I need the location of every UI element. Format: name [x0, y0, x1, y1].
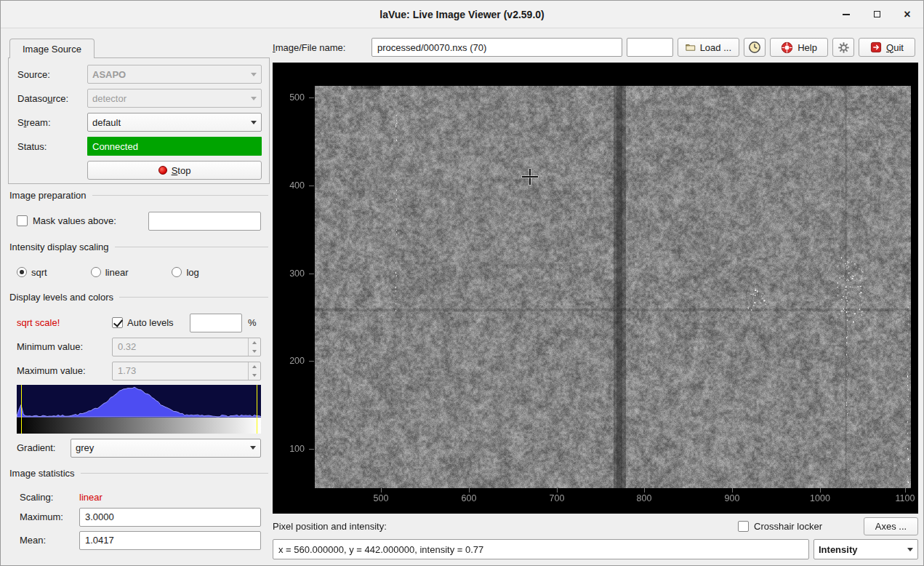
- tab-image-source[interactable]: Image Source: [9, 39, 95, 58]
- load-button-label: Load ...: [700, 42, 731, 53]
- window-controls: ×: [840, 1, 913, 28]
- pixel-intensity-field[interactable]: x = 560.000000, y = 442.000000, intensit…: [273, 539, 809, 559]
- x-tick-label: 600: [453, 493, 485, 503]
- chevron-down-icon: [251, 121, 257, 124]
- radio-label: log: [186, 267, 198, 278]
- x-tick-label: 1100: [889, 493, 918, 503]
- scale-warning: sqrt scale!: [17, 317, 112, 328]
- scaling-stat-value: linear: [79, 492, 103, 503]
- histogram-max-line[interactable]: [257, 385, 257, 434]
- mean-stat-field[interactable]: 1.0417: [79, 531, 261, 550]
- scaling-stat-row: Scaling: linear: [8, 490, 270, 504]
- pixel-intensity-value: x = 560.000000, y = 442.000000, intensit…: [278, 544, 483, 555]
- section-title: Image preparation: [9, 190, 87, 201]
- gear-icon: [837, 41, 850, 54]
- scaling-options-row: sqrt linear log: [8, 263, 270, 282]
- axes-button[interactable]: Axes ...: [864, 517, 918, 535]
- file-name-label: Image/File name:: [273, 42, 367, 53]
- crosshair-locker-label: Crosshair locker: [754, 521, 822, 532]
- footer-value-row: x = 560.000000, y = 442.000000, intensit…: [273, 539, 918, 559]
- stream-label: Stream:: [17, 117, 87, 128]
- histogram-min-line[interactable]: [21, 385, 22, 434]
- spin-arrows[interactable]: [248, 338, 260, 356]
- scaling-radio[interactable]: log: [172, 267, 198, 278]
- y-tick-label: 100: [273, 443, 305, 455]
- stream-select[interactable]: default: [87, 113, 262, 132]
- scaling-radio[interactable]: sqrt: [17, 267, 47, 278]
- maximum-stat-field[interactable]: 3.0000: [79, 508, 261, 527]
- help-button-label: Help: [798, 42, 817, 53]
- history-button[interactable]: [744, 38, 766, 57]
- x-tick-mark: [469, 488, 470, 493]
- file-name-input[interactable]: processed/00070.nxs (70): [371, 38, 622, 57]
- file-index-input[interactable]: [627, 38, 673, 57]
- x-tick-label: 500: [365, 493, 397, 503]
- minimum-spinbox[interactable]: 0.32: [112, 338, 261, 356]
- mask-input[interactable]: [148, 212, 261, 231]
- source-select[interactable]: ASAPO: [87, 65, 262, 84]
- source-value: ASAPO: [92, 69, 246, 80]
- close-icon: ×: [904, 9, 910, 20]
- stop-button-label: Stop: [172, 165, 191, 176]
- maximum-spinbox[interactable]: 1.73: [112, 362, 261, 380]
- section-image-preparation: Image preparation: [9, 189, 268, 201]
- x-tick-mark: [381, 488, 382, 493]
- file-name-value: processed/00070.nxs (70): [377, 42, 486, 53]
- crosshair-locker-checkbox[interactable]: [738, 521, 749, 532]
- histogram-plot: [17, 386, 261, 418]
- y-tick-mark: [309, 274, 314, 274]
- maximum-stat-value: 3.0000: [85, 511, 114, 522]
- image-plot[interactable]: 500400300200100 50060070080090010001100: [273, 63, 918, 514]
- minimum-label: Minimum value:: [17, 341, 112, 352]
- window-title: laVue: Live Image Viewer (v2.59.0): [379, 9, 544, 20]
- gradient-row: Gradient: grey: [8, 438, 270, 458]
- datasource-select[interactable]: detector: [87, 89, 262, 108]
- settings-button[interactable]: [832, 38, 854, 57]
- maximum-stat-row: Maximum: 3.0000: [8, 507, 270, 527]
- close-button[interactable]: ×: [901, 9, 913, 20]
- clock-icon: [748, 41, 761, 54]
- lifebuoy-icon: [781, 41, 793, 54]
- minimize-button[interactable]: [840, 9, 852, 20]
- x-tick-label: 700: [541, 493, 573, 503]
- section-title: Image statistics: [9, 468, 75, 479]
- folder-icon: [686, 42, 696, 52]
- section-image-statistics: Image statistics: [9, 467, 268, 479]
- y-tick-mark: [309, 97, 314, 98]
- load-button[interactable]: Load ...: [678, 38, 739, 57]
- detector-image[interactable]: [315, 86, 911, 488]
- source-label: Source:: [17, 69, 87, 80]
- histogram-widget[interactable]: [17, 385, 261, 434]
- auto-levels-input[interactable]: [190, 314, 242, 332]
- auto-levels-checkbox[interactable]: [112, 317, 123, 328]
- section-display-levels: Display levels and colors: [9, 291, 268, 303]
- chevron-down-icon: [907, 548, 913, 551]
- minimum-value: 0.32: [113, 338, 248, 356]
- x-tick-label: 900: [716, 493, 748, 503]
- maximize-icon: [874, 11, 880, 17]
- maximize-button[interactable]: [871, 9, 883, 20]
- x-tick-mark: [644, 488, 645, 493]
- scaling-radio[interactable]: linear: [91, 267, 129, 278]
- axes-button-label: Axes ...: [875, 521, 907, 532]
- gradient-select[interactable]: grey: [71, 439, 261, 458]
- quit-button-label: Quit: [886, 42, 904, 53]
- display-mode-select[interactable]: Intensity: [813, 539, 918, 559]
- help-button[interactable]: Help: [770, 38, 828, 57]
- mask-checkbox[interactable]: [17, 215, 28, 226]
- maximum-stat-label: Maximum:: [20, 511, 79, 522]
- auto-levels-row: sqrt scale! Auto levels %: [8, 313, 270, 332]
- section-intensity-scaling: Intensity display scaling: [9, 241, 268, 252]
- datasource-label: Datasource:: [17, 93, 87, 104]
- y-tick-label: 200: [273, 355, 305, 367]
- x-tick-label: 1000: [804, 493, 836, 503]
- quit-button[interactable]: Quit: [859, 38, 915, 57]
- x-tick-label: 800: [628, 493, 660, 503]
- section-title: Display levels and colors: [9, 292, 113, 303]
- spin-arrows[interactable]: [248, 362, 260, 380]
- chevron-down-icon: [251, 73, 257, 76]
- status-value: Connected: [92, 141, 138, 152]
- topbar: Image/File name: processed/00070.nxs (70…: [273, 37, 918, 57]
- stop-button[interactable]: Stop: [87, 161, 262, 180]
- y-tick-label: 400: [273, 180, 305, 191]
